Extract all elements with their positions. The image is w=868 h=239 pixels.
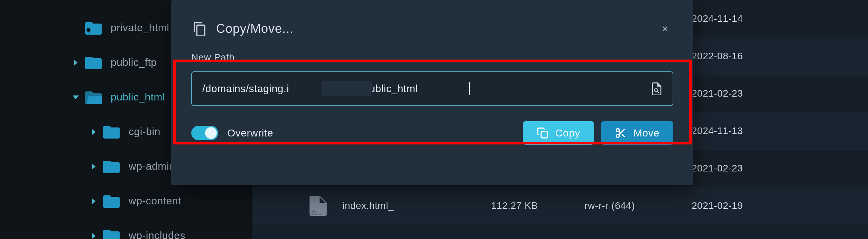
file-icon-cell	[294, 196, 342, 216]
browse-path-button[interactable]	[651, 82, 662, 95]
svg-rect-1	[541, 132, 547, 138]
scissors-icon	[615, 127, 627, 139]
modal-header: Copy/Move...	[171, 0, 693, 52]
move-button-label: Move	[634, 127, 659, 139]
svg-point-3	[616, 134, 619, 138]
file-perms: rw-r-r (644)	[584, 200, 692, 211]
toggle-knob	[205, 127, 217, 139]
sidebar-item-wp-includes[interactable]: wp-includes	[0, 218, 252, 239]
overwrite-label: Overwrite	[227, 127, 273, 139]
chevron-right-icon	[91, 126, 103, 138]
modal-body: New Path	[171, 52, 693, 106]
path-field-label: New Path	[191, 52, 673, 63]
overwrite-toggle[interactable]	[191, 126, 218, 140]
svg-point-2	[616, 129, 619, 132]
close-button[interactable]	[658, 22, 672, 36]
chevron-right-icon	[73, 56, 85, 68]
file-date: 2022-08-16	[692, 51, 868, 62]
folder-icon	[103, 194, 120, 208]
sidebar-item-label: public_ftp	[111, 56, 157, 68]
sidebar-item-label: cgi-bin	[129, 126, 160, 138]
modal-title: Copy/Move...	[216, 21, 658, 36]
chevron-right-icon	[91, 160, 103, 172]
file-date: 2021-02-23	[692, 88, 868, 99]
chevron-down-icon	[73, 91, 85, 103]
file-date: 2021-02-19	[692, 200, 868, 211]
move-button[interactable]: Move	[601, 121, 673, 145]
file-date: 2021-02-23	[692, 163, 868, 174]
file-name: index.html_	[342, 200, 491, 211]
copy-icon	[537, 127, 548, 139]
svg-point-0	[655, 89, 658, 92]
redaction-block	[322, 81, 372, 96]
path-input-wrap	[191, 71, 673, 106]
folder-icon	[103, 159, 120, 173]
sidebar-item-wp-content[interactable]: wp-content	[0, 184, 252, 218]
chevron-right-icon	[91, 195, 103, 207]
folder-icon	[103, 125, 120, 139]
file-date: 2024-11-13	[692, 125, 868, 136]
close-icon	[661, 25, 669, 33]
folder-shortcut-icon	[85, 21, 102, 35]
file-date: 2024-11-14	[692, 13, 868, 24]
sidebar-item-label: wp-includes	[129, 230, 185, 239]
copy-move-modal: Copy/Move... New Path Overwrite Copy	[171, 0, 693, 185]
copy-icon	[193, 21, 207, 36]
new-path-input[interactable]	[202, 83, 651, 95]
sidebar-item-label: wp-admin	[129, 160, 175, 172]
sidebar-item-label: private_html	[111, 22, 169, 34]
folder-icon	[103, 229, 120, 239]
folder-open-icon	[85, 90, 102, 104]
folder-icon	[85, 55, 102, 69]
modal-footer: Overwrite Copy Move	[171, 106, 693, 145]
file-icon	[310, 196, 327, 216]
chevron-right-icon	[91, 230, 103, 239]
sidebar-item-label: public_html	[111, 91, 165, 103]
copy-button-label: Copy	[555, 127, 580, 139]
table-row[interactable]: index.html_ 112.27 KB rw-r-r (644) 2021-…	[252, 187, 868, 224]
file-size: 112.27 KB	[491, 200, 584, 211]
sidebar-item-label: wp-content	[129, 195, 181, 207]
copy-button[interactable]: Copy	[523, 121, 594, 145]
